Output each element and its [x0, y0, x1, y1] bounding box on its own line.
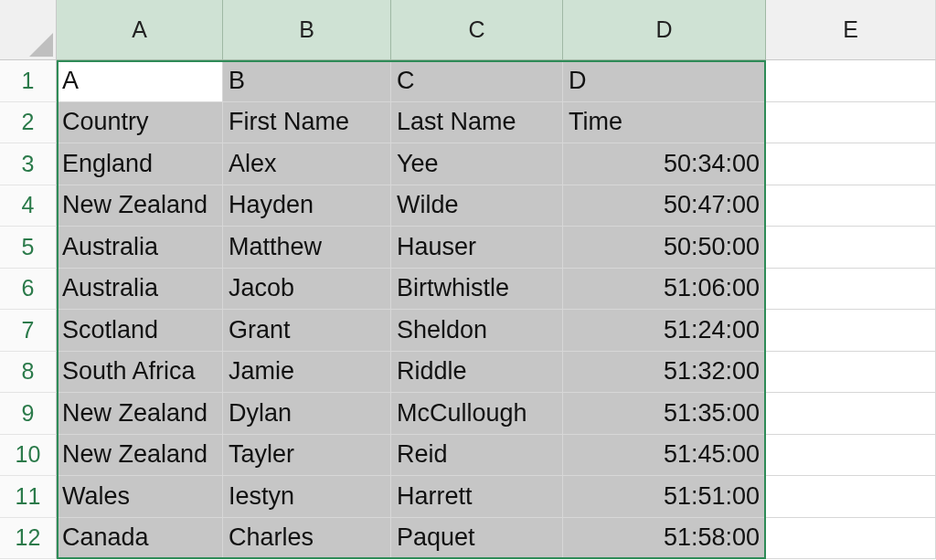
cell-D7[interactable]: 51:24:00 [563, 310, 766, 352]
cell-E10[interactable] [766, 435, 936, 477]
cell-C10[interactable]: Reid [391, 435, 563, 477]
cell-E4[interactable] [766, 185, 936, 227]
cell-A11[interactable]: Wales [57, 476, 223, 518]
cell-value: Dylan [229, 399, 292, 428]
cell-C12[interactable]: Paquet [391, 518, 563, 560]
row-header-label: 6 [22, 275, 35, 301]
cell-A10[interactable]: New Zealand [57, 435, 223, 477]
cell-E7[interactable] [766, 310, 936, 352]
cell-C2[interactable]: Last Name [391, 102, 563, 144]
cell-C1[interactable]: C [391, 60, 563, 102]
cell-D12[interactable]: 51:58:00 [563, 518, 766, 560]
cell-E9[interactable] [766, 393, 936, 435]
cell-D10[interactable]: 51:45:00 [563, 435, 766, 477]
cell-B10[interactable]: Tayler [223, 435, 391, 477]
cell-value: C [397, 67, 415, 95]
cell-E5[interactable] [766, 227, 936, 269]
cell-A6[interactable]: Australia [57, 269, 223, 311]
row-header-7[interactable]: 7 [0, 310, 57, 352]
cell-E6[interactable] [766, 269, 936, 311]
cell-D1[interactable]: D [563, 60, 766, 102]
cell-value: Riddle [397, 357, 467, 386]
cell-B5[interactable]: Matthew [223, 227, 391, 269]
cell-B6[interactable]: Jacob [223, 269, 391, 311]
cell-value: 50:34:00 [664, 150, 760, 178]
spreadsheet-grid[interactable]: A B C D E 1 A B C D 2 Country First Name… [0, 0, 936, 559]
row-header-6[interactable]: 6 [0, 269, 57, 311]
row-header-3[interactable]: 3 [0, 143, 57, 185]
row-header-11[interactable]: 11 [0, 476, 57, 518]
cell-value: Birtwhistle [397, 274, 509, 302]
cell-B8[interactable]: Jamie [223, 352, 391, 394]
cell-A1[interactable]: A [57, 60, 223, 102]
cell-D8[interactable]: 51:32:00 [563, 352, 766, 394]
cell-value: Canada [62, 523, 149, 552]
cell-value: Alex [229, 150, 277, 178]
col-header-label: A [132, 16, 147, 43]
cell-value: Grant [229, 316, 291, 344]
cell-E12[interactable] [766, 518, 936, 560]
cell-A2[interactable]: Country [57, 102, 223, 144]
col-header-B[interactable]: B [223, 0, 391, 60]
row-header-10[interactable]: 10 [0, 435, 57, 477]
cell-A7[interactable]: Scotland [57, 310, 223, 352]
col-header-C[interactable]: C [391, 0, 563, 60]
cell-C3[interactable]: Yee [391, 143, 563, 185]
cell-A9[interactable]: New Zealand [57, 393, 223, 435]
row-header-12[interactable]: 12 [0, 518, 57, 560]
cell-value: Charles [229, 523, 314, 552]
cell-B12[interactable]: Charles [223, 518, 391, 560]
cell-B11[interactable]: Iestyn [223, 476, 391, 518]
cell-C4[interactable]: Wilde [391, 185, 563, 227]
cell-A8[interactable]: South Africa [57, 352, 223, 394]
cell-C9[interactable]: McCullough [391, 393, 563, 435]
cell-E11[interactable] [766, 476, 936, 518]
cell-E8[interactable] [766, 352, 936, 394]
row-header-8[interactable]: 8 [0, 352, 57, 394]
cell-E3[interactable] [766, 143, 936, 185]
cell-A12[interactable]: Canada [57, 518, 223, 560]
cell-C5[interactable]: Hauser [391, 227, 563, 269]
cell-C11[interactable]: Harrett [391, 476, 563, 518]
cell-A5[interactable]: Australia [57, 227, 223, 269]
cell-C6[interactable]: Birtwhistle [391, 269, 563, 311]
cell-D4[interactable]: 50:47:00 [563, 185, 766, 227]
col-header-A[interactable]: A [57, 0, 223, 60]
cell-D11[interactable]: 51:51:00 [563, 476, 766, 518]
cell-A4[interactable]: New Zealand [57, 185, 223, 227]
cell-D6[interactable]: 51:06:00 [563, 269, 766, 311]
cell-C7[interactable]: Sheldon [391, 310, 563, 352]
col-header-D[interactable]: D [563, 0, 766, 60]
cell-B1[interactable]: B [223, 60, 391, 102]
select-all-triangle-icon [29, 33, 53, 57]
col-header-E[interactable]: E [766, 0, 936, 60]
cell-value: A [62, 67, 79, 95]
cell-value: Iestyn [229, 482, 294, 511]
cell-B3[interactable]: Alex [223, 143, 391, 185]
cell-B4[interactable]: Hayden [223, 185, 391, 227]
cell-B7[interactable]: Grant [223, 310, 391, 352]
cell-B2[interactable]: First Name [223, 102, 391, 144]
row-header-4[interactable]: 4 [0, 185, 57, 227]
cell-A3[interactable]: England [57, 143, 223, 185]
row-header-label: 3 [22, 151, 35, 177]
row-header-1[interactable]: 1 [0, 60, 57, 102]
cell-value: Jacob [229, 274, 294, 302]
cell-value: McCullough [397, 399, 527, 428]
cell-value: Wilde [397, 191, 459, 219]
cell-C8[interactable]: Riddle [391, 352, 563, 394]
cell-D5[interactable]: 50:50:00 [563, 227, 766, 269]
row-header-2[interactable]: 2 [0, 102, 57, 144]
select-all-corner[interactable] [0, 0, 57, 60]
col-header-label: B [299, 16, 314, 43]
cell-value: Tayler [229, 440, 294, 469]
row-header-9[interactable]: 9 [0, 393, 57, 435]
cell-E1[interactable] [766, 60, 936, 102]
row-header-5[interactable]: 5 [0, 227, 57, 269]
cell-D9[interactable]: 51:35:00 [563, 393, 766, 435]
cell-D2[interactable]: Time [563, 102, 766, 144]
cell-D3[interactable]: 50:34:00 [563, 143, 766, 185]
cell-B9[interactable]: Dylan [223, 393, 391, 435]
cell-value: 51:51:00 [664, 482, 760, 511]
cell-E2[interactable] [766, 102, 936, 144]
